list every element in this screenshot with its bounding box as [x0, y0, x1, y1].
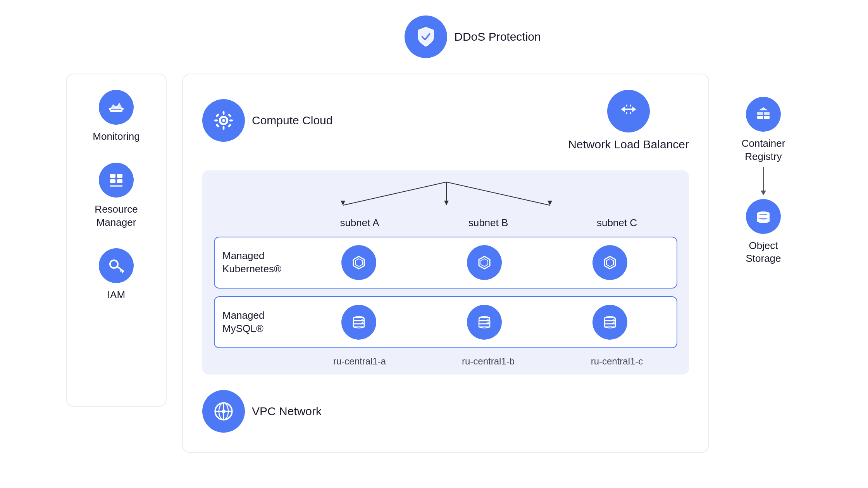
svg-marker-41 [606, 259, 613, 266]
nlb-icon [607, 90, 650, 132]
cr-to-os-arrow [761, 167, 766, 195]
svg-rect-19 [229, 120, 233, 122]
svg-rect-17 [223, 126, 225, 130]
svg-point-4 [121, 108, 124, 110]
resource-manager-label: ResourceManager [95, 203, 138, 229]
vpc-icon [202, 390, 245, 433]
svg-rect-18 [214, 120, 218, 122]
center-panel: Compute Cloud [182, 74, 709, 453]
svg-rect-16 [223, 111, 225, 115]
iam-icon [99, 248, 134, 283]
container-registry-icon [746, 97, 781, 132]
iam-label: IAM [107, 289, 125, 302]
subnet-a-header: subnet A [299, 217, 420, 229]
svg-rect-6 [117, 174, 122, 178]
subnet-b-header: subnet B [428, 217, 549, 229]
svg-rect-5 [110, 174, 115, 178]
container-registry-label: ContainerRegistry [742, 137, 785, 163]
vpc-label: VPC Network [252, 405, 322, 418]
nlb-label: Network Load Balancer [568, 138, 689, 151]
compute-cloud-label: Compute Cloud [252, 114, 332, 127]
svg-point-3 [115, 106, 117, 108]
mysql-icon-b [467, 305, 502, 340]
monitoring-icon [99, 90, 134, 125]
iam-item: IAM [99, 248, 134, 302]
ddos-icon [405, 15, 447, 58]
object-storage-icon [746, 199, 781, 234]
svg-marker-39 [481, 259, 488, 266]
svg-point-61 [222, 409, 226, 413]
mysql-row: ManagedMySQL® [214, 296, 677, 348]
mysql-icon-a [341, 305, 376, 340]
svg-rect-44 [353, 324, 364, 327]
svg-rect-54 [604, 324, 615, 327]
svg-point-24 [618, 101, 639, 121]
k8s-icon-b [467, 245, 502, 280]
k8s-icon-a [341, 245, 376, 280]
svg-point-15 [222, 119, 225, 122]
zone-b-label: ru-central1-b [428, 356, 549, 367]
monitoring-item: Monitoring [93, 90, 140, 143]
svg-rect-8 [117, 179, 122, 183]
svg-line-30 [343, 182, 446, 205]
right-panel: ContainerRegistry [725, 74, 802, 265]
container-registry-item: ContainerRegistry [742, 97, 785, 163]
object-storage-item: ObjectStorage [746, 199, 781, 266]
subnet-c-header: subnet C [556, 217, 677, 229]
ddos-label: DDoS Protection [454, 30, 541, 43]
svg-rect-21 [228, 113, 232, 117]
mysql-icon-c [592, 305, 627, 340]
svg-rect-49 [479, 324, 490, 327]
svg-rect-23 [228, 124, 232, 127]
zone-a-label: ru-central1-a [299, 356, 420, 367]
svg-marker-34 [444, 201, 449, 205]
mysql-label: ManagedMySQL® [222, 309, 300, 335]
svg-rect-22 [215, 124, 219, 127]
svg-line-32 [446, 182, 550, 205]
svg-rect-20 [215, 113, 219, 117]
nlb-branch-lines [291, 182, 677, 213]
svg-rect-9 [110, 185, 122, 187]
svg-rect-7 [110, 179, 115, 183]
kubernetes-label: ManagedKubernetes® [222, 249, 300, 276]
compute-cloud-icon [202, 99, 245, 142]
svg-rect-0 [110, 110, 122, 112]
svg-marker-37 [355, 259, 362, 266]
svg-marker-64 [759, 107, 768, 110]
svg-point-2 [109, 108, 111, 110]
kubernetes-row: ManagedKubernetes® [214, 237, 677, 289]
resource-manager-item: ResourceManager [95, 163, 138, 229]
zone-c-label: ru-central1-c [556, 356, 677, 367]
object-storage-label: ObjectStorage [746, 239, 781, 266]
monitoring-label: Monitoring [93, 130, 140, 143]
sidebar: Monitoring ResourceManager [66, 74, 167, 407]
resource-manager-icon [99, 163, 134, 198]
k8s-icon-c [592, 245, 627, 280]
